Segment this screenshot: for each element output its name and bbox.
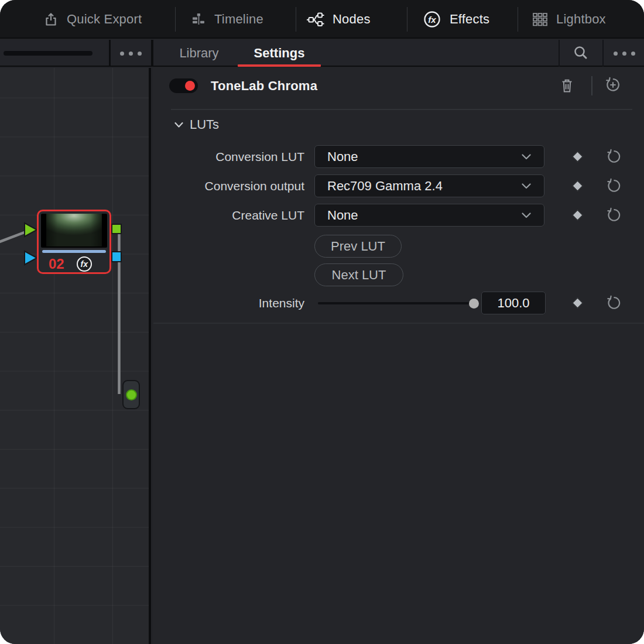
creative-lut-dropdown[interactable]: None <box>314 204 544 227</box>
node-graph-canvas[interactable]: 02 fx <box>0 68 151 644</box>
search-button[interactable] <box>568 40 594 67</box>
tab-library[interactable]: Library <box>164 40 234 67</box>
settings-panel: ToneLab Chroma <box>153 68 644 644</box>
node-fx-badge: fx <box>77 256 92 272</box>
effect-enable-toggle[interactable] <box>169 78 198 93</box>
prev-lut-button[interactable]: Prev LUT <box>314 235 402 258</box>
reset-button[interactable] <box>605 207 622 224</box>
next-lut-button[interactable]: Next LUT <box>314 263 403 286</box>
toolbar-divider <box>518 7 518 32</box>
reset-icon <box>606 149 622 165</box>
intensity-slider[interactable] <box>318 302 474 304</box>
corrector-node-02[interactable]: 02 fx <box>37 210 111 274</box>
intensity-value-field[interactable]: 100.0 <box>481 292 546 314</box>
top-toolbar: Quick Export Timeline <box>0 0 644 39</box>
search-icon <box>572 44 590 62</box>
ellipsis-icon <box>120 52 142 56</box>
conversion-lut-value: None <box>327 149 522 165</box>
node-thumbnail <box>41 214 107 248</box>
toolbar-divider <box>296 7 296 32</box>
output-node-dot <box>126 389 137 400</box>
quick-export-button[interactable]: Quick Export <box>43 0 142 39</box>
fx-circle-icon: fx <box>423 10 441 29</box>
nodes-icon <box>306 12 324 28</box>
nodes-button[interactable]: Nodes <box>306 0 371 39</box>
chevron-down-icon <box>522 154 531 160</box>
output-node[interactable] <box>122 380 140 409</box>
add-version-button[interactable] <box>603 75 623 95</box>
graph-options-button[interactable] <box>111 40 151 67</box>
conversion-lut-dropdown[interactable]: None <box>314 145 544 168</box>
delete-effect-button[interactable] <box>557 76 577 95</box>
effects-button[interactable]: fx Effects <box>423 0 489 39</box>
keyframe-diamond-icon[interactable] <box>572 297 583 308</box>
history-add-icon <box>605 77 621 93</box>
panel-divider <box>151 40 153 67</box>
conversion-output-dropdown[interactable]: Rec709 Gamma 2.4 <box>314 174 544 197</box>
node-connections <box>0 68 151 644</box>
conversion-output-value: Rec709 Gamma 2.4 <box>327 179 522 194</box>
intensity-label: Intensity <box>153 292 304 314</box>
trash-icon <box>560 78 574 94</box>
node-graph-scrollbar[interactable] <box>4 51 93 56</box>
ellipsis-icon <box>614 52 635 56</box>
export-icon <box>43 12 59 27</box>
nodes-label: Nodes <box>333 12 371 27</box>
node-number-label: 02 <box>49 256 64 272</box>
panel-bottom-divider <box>153 323 644 324</box>
reset-button[interactable] <box>605 148 622 166</box>
key-input-connector[interactable] <box>25 251 37 265</box>
toolbar-divider <box>175 7 176 32</box>
lightbox-label: Lightbox <box>556 12 606 27</box>
key-output-connector[interactable] <box>112 252 121 262</box>
luts-section-label: LUTs <box>190 117 219 132</box>
creative-lut-value: None <box>327 208 522 223</box>
effect-title: ToneLab Chroma <box>211 78 317 94</box>
node-footer: 02 fx <box>39 254 109 274</box>
reset-icon <box>606 295 622 311</box>
reset-icon <box>606 178 622 194</box>
active-tab-underline <box>238 64 321 67</box>
tabbar-divider <box>602 40 604 67</box>
lightbox-grid-icon <box>532 11 548 28</box>
rgb-input-connector[interactable] <box>25 223 37 237</box>
reset-icon <box>606 207 622 223</box>
timeline-label: Timeline <box>214 12 263 27</box>
keyframe-diamond-icon[interactable] <box>572 151 583 162</box>
conversion-lut-label: Conversion LUT <box>153 145 304 168</box>
lightbox-button[interactable]: Lightbox <box>532 0 606 39</box>
quick-export-label: Quick Export <box>67 12 142 27</box>
app-window: Quick Export Timeline <box>0 0 644 644</box>
timeline-icon <box>191 12 206 27</box>
toggle-knob <box>185 81 195 91</box>
toolbar-divider <box>407 7 407 32</box>
keyframe-diamond-icon[interactable] <box>572 210 583 220</box>
intensity-slider-handle[interactable] <box>469 299 479 309</box>
creative-lut-label: Creative LUT <box>153 204 304 227</box>
rgb-output-connector[interactable] <box>112 224 121 234</box>
tabbar-divider <box>559 40 560 67</box>
header-divider <box>591 76 592 95</box>
node-cache-bar <box>42 250 106 253</box>
next-lut-label: Next LUT <box>332 268 386 283</box>
conversion-output-label: Conversion output <box>153 174 304 197</box>
chevron-down-icon <box>174 122 183 128</box>
forest-thumbnail-image <box>46 214 102 246</box>
luts-section-header[interactable]: LUTs <box>174 118 219 131</box>
tab-settings-label: Settings <box>254 46 305 61</box>
tab-settings[interactable]: Settings <box>238 40 321 67</box>
reset-button[interactable] <box>605 294 622 312</box>
chevron-down-icon <box>522 183 531 189</box>
section-divider <box>171 109 632 110</box>
chevron-down-icon <box>522 213 531 218</box>
svg-text:fx: fx <box>428 15 436 25</box>
panel-tab-bar: Library Settings <box>0 40 644 67</box>
reset-button[interactable] <box>605 177 622 195</box>
effects-label: Effects <box>450 12 489 27</box>
keyframe-diamond-icon[interactable] <box>572 180 583 191</box>
timeline-button[interactable]: Timeline <box>191 0 263 39</box>
main-content: 02 fx ToneLab Chroma <box>0 68 644 644</box>
tab-library-label: Library <box>179 46 218 61</box>
panel-menu-button[interactable] <box>604 40 644 67</box>
prev-lut-label: Prev LUT <box>331 239 385 254</box>
